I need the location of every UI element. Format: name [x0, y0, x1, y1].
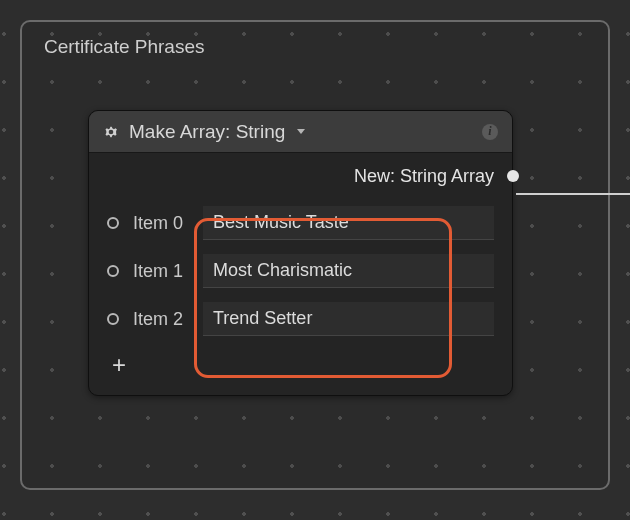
item-label: Item 1 — [133, 261, 203, 282]
item-value-input[interactable] — [203, 254, 494, 288]
add-item-button[interactable]: + — [107, 353, 131, 377]
item-label: Item 0 — [133, 213, 203, 234]
node-title: Make Array: String — [129, 121, 285, 143]
panel-title: Certificate Phrases — [44, 36, 205, 58]
input-port[interactable] — [107, 217, 119, 229]
node-body: New: String Array Item 0 Item 1 Item 2 + — [89, 153, 512, 395]
item-row: Item 1 — [107, 247, 494, 295]
output-label: New: String Array — [354, 166, 494, 187]
input-port[interactable] — [107, 313, 119, 325]
connection-wire — [516, 193, 630, 195]
items-list: Item 0 Item 1 Item 2 — [107, 199, 494, 343]
info-icon[interactable]: i — [482, 124, 498, 140]
chevron-down-icon[interactable] — [297, 129, 305, 134]
node-header[interactable]: Make Array: String i — [89, 111, 512, 153]
item-label: Item 2 — [133, 309, 203, 330]
make-array-node[interactable]: Make Array: String i New: String Array I… — [88, 110, 513, 396]
item-row: Item 0 — [107, 199, 494, 247]
output-row: New: String Array — [107, 153, 494, 199]
item-value-input[interactable] — [203, 302, 494, 336]
input-port[interactable] — [107, 265, 119, 277]
item-row: Item 2 — [107, 295, 494, 343]
item-value-input[interactable] — [203, 206, 494, 240]
output-port[interactable] — [507, 170, 519, 182]
gear-icon[interactable] — [103, 124, 119, 140]
